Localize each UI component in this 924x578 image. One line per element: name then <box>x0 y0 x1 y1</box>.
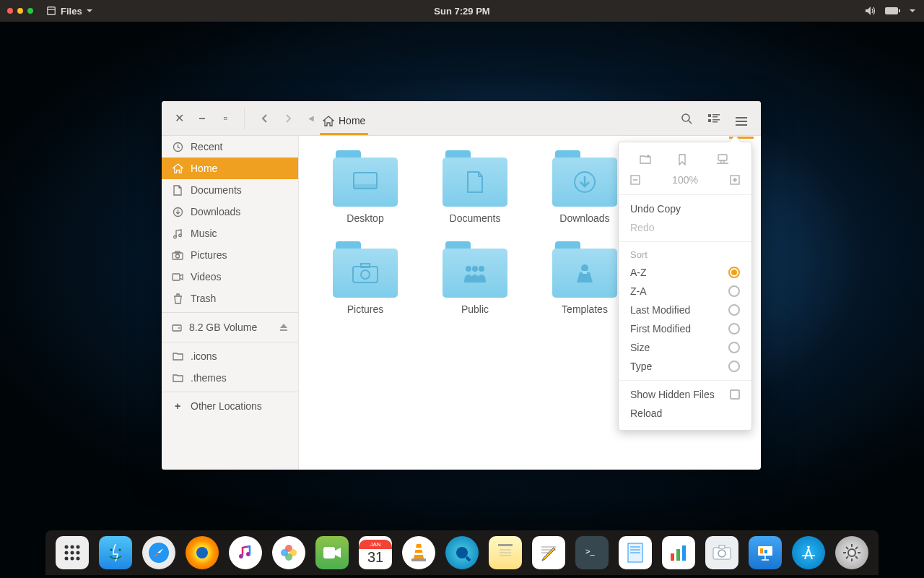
back-button[interactable] <box>253 108 275 129</box>
reload-menu-item[interactable]: Reload <box>619 404 751 423</box>
sidebar-item-documents[interactable]: Documents <box>162 179 298 201</box>
folder-label: Documents <box>450 212 501 224</box>
sidebar-item-trash[interactable]: Trash <box>162 288 298 309</box>
sort-section-label: Sort <box>619 246 751 263</box>
svg-point-50 <box>71 557 74 561</box>
sort-last-modified[interactable]: Last Modified <box>619 301 751 319</box>
dock-safari[interactable] <box>142 536 175 569</box>
battery-icon[interactable] <box>885 7 901 15</box>
zoom-in-button[interactable] <box>730 175 740 185</box>
folder-documents[interactable]: Documents <box>423 150 527 224</box>
dock-writer[interactable] <box>619 536 652 569</box>
dock-settings[interactable] <box>835 536 868 569</box>
svg-rect-27 <box>354 184 377 189</box>
dock-finder[interactable] <box>99 536 132 569</box>
dock-stickies[interactable] <box>489 536 522 569</box>
svg-point-45 <box>77 545 80 549</box>
traffic-yellow <box>17 8 23 14</box>
sidebar-label: Pictures <box>191 249 227 261</box>
show-hidden-files[interactable]: Show Hidden Files <box>619 385 751 404</box>
home-icon <box>172 163 183 174</box>
dock-charts[interactable] <box>662 536 695 569</box>
svg-rect-86 <box>760 548 763 553</box>
sidebar-item-volume[interactable]: 8.2 GB Volume <box>162 316 298 339</box>
volume-icon[interactable] <box>865 6 876 16</box>
dock-appstore[interactable] <box>792 536 825 569</box>
sidebar-item-music[interactable]: Music <box>162 223 298 244</box>
dock-textedit[interactable] <box>532 536 565 569</box>
dock-vlc[interactable] <box>402 536 435 569</box>
dock-apps[interactable] <box>56 536 89 569</box>
dock-facetime[interactable] <box>315 536 349 569</box>
sidebar-item-pictures[interactable]: Pictures <box>162 244 298 266</box>
bookmark-icon[interactable] <box>678 154 692 165</box>
sort-za[interactable]: Z-A <box>619 282 751 301</box>
svg-rect-11 <box>712 121 718 123</box>
sort-type[interactable]: Type <box>619 357 751 376</box>
svg-point-51 <box>77 557 80 561</box>
sort-first-modified[interactable]: First Modified <box>619 319 751 338</box>
sidebar-item-icons-folder[interactable]: .icons <box>162 345 298 367</box>
svg-point-35 <box>581 264 588 272</box>
forward-button[interactable] <box>278 108 300 129</box>
new-folder-icon[interactable] <box>640 154 654 165</box>
sort-az[interactable]: A-Z <box>619 263 751 282</box>
svg-rect-80 <box>676 549 680 561</box>
folder-public[interactable]: Public <box>423 241 527 315</box>
dock-calendar[interactable]: JAN31 <box>359 536 392 569</box>
zoom-out-button[interactable] <box>630 175 640 185</box>
clock-icon <box>172 141 183 152</box>
view-toggle-button[interactable] <box>702 106 726 131</box>
dock-photos[interactable] <box>272 536 305 569</box>
search-button[interactable] <box>674 106 699 131</box>
svg-rect-84 <box>719 545 725 548</box>
sidebar-item-other-locations[interactable]: + Other Locations <box>162 395 298 417</box>
trash-icon <box>172 293 183 304</box>
folder-pictures[interactable]: Pictures <box>313 241 417 315</box>
popover-action-row <box>619 150 751 170</box>
undo-menu-item[interactable]: Undo Copy <box>619 199 751 218</box>
svg-point-57 <box>246 552 250 556</box>
eject-button[interactable] <box>279 323 288 332</box>
drive-icon <box>172 322 182 332</box>
dock-itunes[interactable] <box>229 536 262 569</box>
dock-quicktime[interactable] <box>445 536 479 569</box>
maximize-button[interactable]: ▫ <box>215 108 235 129</box>
folder-label: Public <box>461 303 489 315</box>
svg-rect-8 <box>712 116 718 118</box>
separator <box>162 342 298 342</box>
separator <box>162 312 298 313</box>
dock-firefox[interactable] <box>186 536 219 569</box>
minimize-button[interactable]: – <box>192 108 212 129</box>
dock-keynote[interactable] <box>749 536 782 569</box>
sidebar-item-recent[interactable]: Recent <box>162 136 298 158</box>
app-menu[interactable]: Files <box>46 6 92 17</box>
chevron-down-icon[interactable] <box>910 9 915 13</box>
sidebar-item-downloads[interactable]: Downloads <box>162 201 298 223</box>
dock-terminal[interactable]: >_ <box>575 536 609 569</box>
close-button[interactable]: ✕ <box>169 108 189 129</box>
sidebar-label: 8.2 GB Volume <box>189 322 257 333</box>
connect-icon[interactable] <box>716 154 731 165</box>
sidebar-item-videos[interactable]: Videos <box>162 266 298 288</box>
svg-rect-62 <box>323 547 335 558</box>
sidebar: Recent Home Documents Downloads Music Pi… <box>162 136 299 470</box>
breadcrumb-home[interactable]: Home <box>320 109 368 135</box>
sidebar-label: Home <box>191 163 217 174</box>
sidebar-item-themes-folder[interactable]: .themes <box>162 367 298 389</box>
checkbox-icon <box>730 389 740 400</box>
dock-screenshot[interactable] <box>705 536 738 569</box>
dock: JAN31 >_ <box>45 530 879 575</box>
sort-size[interactable]: Size <box>619 338 751 357</box>
download-icon <box>172 206 183 217</box>
sidebar-item-home[interactable]: Home <box>162 158 298 179</box>
svg-rect-31 <box>361 264 370 267</box>
separator <box>619 194 751 195</box>
hamburger-menu-button[interactable] <box>729 106 754 139</box>
folder-desktop[interactable]: Desktop <box>313 150 417 224</box>
svg-rect-9 <box>708 119 711 122</box>
sidebar-label: Downloads <box>191 206 240 217</box>
svg-point-33 <box>472 266 478 272</box>
menubar-clock[interactable]: Sun 7:29 PM <box>434 6 489 17</box>
svg-point-34 <box>479 266 484 272</box>
